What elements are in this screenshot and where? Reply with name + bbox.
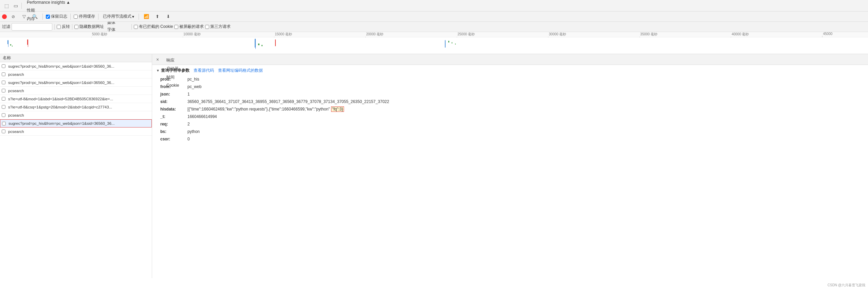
request-row[interactable]: pcsearch	[0, 70, 152, 79]
row-checkbox[interactable]	[0, 97, 7, 101]
filter-label: 过滤	[2, 24, 10, 30]
row-checkbox[interactable]	[0, 130, 7, 133]
payload-value: 2	[187, 122, 190, 126]
request-row[interactable]: pcsearch	[0, 111, 152, 119]
row-name: sugrec?prod=pc_his&from=pc_web&json=1&si…	[7, 121, 151, 125]
request-row[interactable]: s?ie=utf-8&csq=1&pstg=20&mod=2&isbd=1&cq…	[0, 103, 152, 111]
tab-item-performanceinsights▲[interactable]: Performance insights ▲	[23, 0, 74, 6]
payload-key: sid:	[160, 99, 187, 105]
separator	[42, 14, 43, 20]
payload-value-container: pc_web	[187, 84, 864, 90]
payload-row-_t:: _t: 1660466614994	[160, 114, 864, 120]
payload-value: 0	[187, 137, 190, 141]
payload-value-container: 1660466614994	[187, 114, 864, 120]
device-icon[interactable]: ▭	[11, 1, 20, 10]
filter-chips: 全部Fetch/XHRJSCSS图片媒体字体文档WSWasm清单其他	[105, 22, 129, 32]
detail-tab-预览[interactable]: 预览	[163, 54, 182, 56]
separator	[98, 14, 98, 20]
filter-toolbar: 过滤 反转 隐藏数据网址 全部Fetch/XHRJSCSS图片媒体字体文档WSW…	[0, 22, 868, 32]
row-checkbox[interactable]	[0, 105, 7, 109]
payload-key: bs:	[160, 129, 187, 135]
payload-section-title: 查询字符串参数	[156, 68, 189, 73]
row-name: pcsearch	[7, 89, 152, 93]
request-row[interactable]: sugrec?prod=pc_his&from=pc_web&json=1&si…	[0, 62, 152, 70]
payload-row-req:: req: 2	[160, 121, 864, 127]
preserve-log-checkbox[interactable]: 保留日志	[46, 14, 67, 19]
payload-row-csor:: csor: 0	[160, 136, 864, 142]
filter-chip-媒体[interactable]: 媒体	[105, 22, 129, 26]
row-checkbox[interactable]	[0, 81, 7, 84]
blocked-requests-checkbox[interactable]: 被屏蔽的请求	[174, 24, 204, 30]
view-url-encoded-link[interactable]: 查看网址编码格式的数据	[218, 68, 263, 73]
timeline-tick-2: 15000 毫秒	[274, 32, 292, 37]
download-icon[interactable]: ⬇	[164, 12, 173, 21]
row-checkbox[interactable]	[0, 72, 7, 76]
payload-row-json:: json: 1	[160, 91, 864, 97]
request-list-header: 名称	[0, 54, 152, 62]
payload-key: hisdata:	[160, 106, 187, 112]
request-row[interactable]: pcsearch	[0, 87, 152, 95]
timeline-tick-5: 30000 毫秒	[548, 32, 566, 37]
payload-value-container: pc_his	[187, 76, 864, 82]
wifi-icon[interactable]: 📶	[142, 12, 151, 21]
row-checkbox[interactable]	[0, 64, 7, 68]
filter-icon[interactable]: ▽	[20, 12, 29, 21]
payload-section: 查询字符串参数 查看源代码 查看网址编码格式的数据 prod: pc_his f…	[156, 68, 864, 142]
payload-value-container: 36560_36755_36641_37107_36413_36955_3691…	[187, 99, 864, 105]
cursor-icon[interactable]: ⬚	[2, 1, 11, 10]
disable-cache-checkbox[interactable]: 停用缓存	[74, 14, 95, 19]
detail-tab-响应[interactable]: 响应	[163, 56, 182, 65]
row-name: s?ie=utf-8&csq=1&pstg=20&mod=2&isbd=1&cq…	[7, 105, 152, 109]
row-name: pcsearch	[7, 130, 152, 134]
payload-value: 1660466614994	[187, 114, 217, 119]
upload-icon[interactable]: ⬆	[153, 12, 162, 21]
payload-key: from:	[160, 84, 187, 90]
payload-value-container: 1	[187, 91, 864, 97]
payload-value: pc_his	[187, 77, 199, 82]
third-party-checkbox[interactable]: 第三方请求	[205, 24, 231, 30]
blocked-cookies-checkbox[interactable]: 有已拦截的 Cookie	[134, 24, 173, 30]
filter-input[interactable]	[12, 23, 52, 31]
request-row[interactable]: sugrec?prod=pc_his&from=pc_web&json=1&si…	[0, 79, 152, 87]
timeline-tick-8: 45000	[822, 32, 832, 37]
request-row[interactable]: sugrec?prod=pc_his&from=pc_web&json=1&si…	[0, 119, 152, 128]
search-icon[interactable]: 🔍	[31, 12, 39, 21]
close-tab-button[interactable]: ×	[154, 56, 161, 63]
payload-value-container: [{"time":1660462469,"kw":"python request…	[187, 106, 864, 112]
timeline-tick-6: 35000 毫秒	[639, 32, 657, 37]
throttle-dropdown[interactable]: 已停用节流模式 ▾	[102, 13, 135, 20]
detail-content: 查询字符串参数 查看源代码 查看网址编码格式的数据 prod: pc_his f…	[152, 65, 868, 278]
payload-value: pc_web	[187, 84, 201, 89]
row-name: pcsearch	[7, 113, 152, 117]
timeline-tick-7: 40000 毫秒	[731, 32, 749, 37]
request-row[interactable]: pcsearch	[0, 128, 152, 136]
view-source-link[interactable]: 查看源代码	[194, 68, 214, 73]
timeline-tick-4: 25000 毫秒	[457, 32, 475, 37]
payload-value-normal: [{"time":1660462469,"kw":"python request…	[187, 107, 331, 112]
payload-key: json:	[160, 91, 187, 97]
timeline-graph	[0, 37, 868, 54]
payload-key: csor:	[160, 136, 187, 142]
reverse-checkbox[interactable]: 反转	[57, 24, 70, 30]
hide-data-urls-checkbox[interactable]: 隐藏数据网址	[74, 24, 104, 30]
payload-value-highlight: "fq":3}	[331, 106, 344, 112]
row-checkbox[interactable]	[0, 122, 7, 125]
separator	[54, 24, 55, 30]
row-checkbox[interactable]	[0, 113, 7, 117]
timeline-ruler: 5000 毫秒10000 毫秒15000 毫秒20000 毫秒25000 毫秒3…	[0, 32, 868, 37]
payload-value: 36560_36755_36641_37107_36413_36955_3691…	[187, 99, 389, 104]
timeline-area: 5000 毫秒10000 毫秒15000 毫秒20000 毫秒25000 毫秒3…	[0, 32, 868, 54]
row-checkbox[interactable]	[0, 89, 7, 92]
separator	[21, 3, 22, 9]
row-name: pcsearch	[7, 72, 152, 76]
request-rows: sugrec?prod=pc_his&from=pc_web&json=1&si…	[0, 62, 152, 136]
main-panel: 名称 sugrec?prod=pc_his&from=pc_web&json=1…	[0, 54, 868, 278]
filter-chip-字体[interactable]: 字体	[105, 26, 129, 32]
payload-key: req:	[160, 121, 187, 127]
record-button[interactable]	[2, 14, 7, 19]
request-row[interactable]: s?ie=utf-8&mod=1&isbd=1&isid=52BD4B505C8…	[0, 95, 152, 103]
clear-button[interactable]: ⊘	[9, 12, 18, 21]
detail-tabs: × 标头载荷预览响应启动器时间Cookie	[152, 54, 868, 65]
payload-row-prod:: prod: pc_his	[160, 76, 864, 82]
timeline-tick-0: 5000 毫秒	[91, 32, 107, 37]
